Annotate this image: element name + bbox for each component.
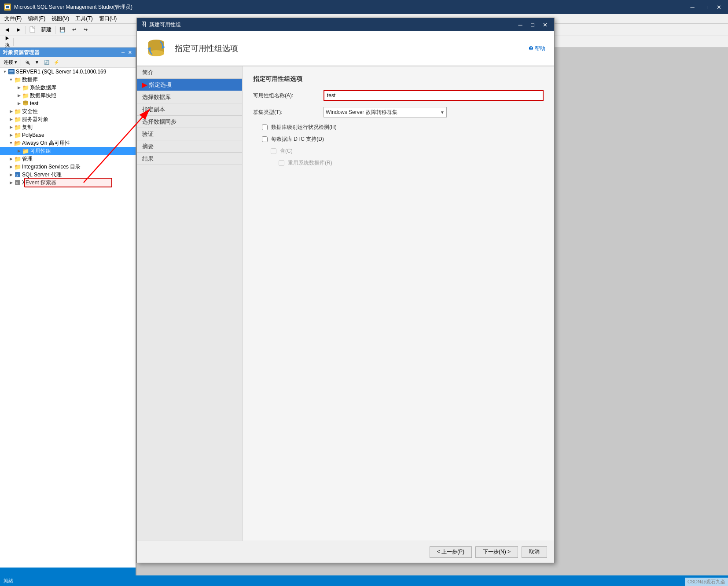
cancel-button[interactable]: 取消 <box>522 546 547 558</box>
undo-button[interactable]: ↩ <box>69 25 79 35</box>
ag-name-row: 可用性组名称(A): <box>253 90 544 101</box>
tree-item-server-objects[interactable]: ▶ 📁 服务器对象 <box>0 115 136 123</box>
ag-expander[interactable]: ▶ <box>16 149 22 153</box>
xevent-expander[interactable]: ▶ <box>8 180 14 185</box>
help-link[interactable]: ❷ 帮助 <box>529 45 545 52</box>
integration-expander[interactable]: ▶ <box>8 165 14 169</box>
test-label: test <box>30 100 38 106</box>
always-on-expander[interactable]: ▼ <box>8 141 14 145</box>
tree-item-databases[interactable]: ▼ 📁 数据库 <box>0 76 136 84</box>
tree-item-db-snapshot[interactable]: ▶ 📁 数据库快照 <box>0 92 136 99</box>
databases-expander[interactable]: ▼ <box>8 77 14 82</box>
server-label: SERVER1 (SQL Server 14.0.1000.169 <box>16 69 106 75</box>
minimize-button[interactable]: ─ <box>687 2 698 12</box>
sql-agent-expander[interactable]: ▶ <box>8 172 14 177</box>
security-icon: 📁 <box>14 108 21 115</box>
databases-label: 数据库 <box>22 76 38 84</box>
server-objects-expander[interactable]: ▶ <box>8 117 14 121</box>
disconnect-button[interactable]: 🔌 <box>23 59 32 66</box>
nav-item-results[interactable]: 结果 <box>137 153 242 165</box>
nav-item-select-db[interactable]: 选择数据库 <box>137 91 242 103</box>
server-expander[interactable]: ▼ <box>2 70 8 74</box>
object-explorer-header: 对象资源管理器 ─ ✕ <box>0 48 136 57</box>
checkbox-row-contained: 含(C) <box>271 147 544 155</box>
tree-item-replication[interactable]: ▶ 📁 复制 <box>0 123 136 131</box>
title-bar: Microsoft SQL Server Management Studio(管… <box>0 0 728 14</box>
connect-button[interactable]: 连接 ▾ <box>2 59 19 66</box>
dialog-maximize-button[interactable]: □ <box>527 20 538 29</box>
db-health-checkbox[interactable] <box>262 125 268 130</box>
tree-item-test[interactable]: ▶ test <box>0 99 136 107</box>
object-explorer-tree: ▼ SERVER1 (SQL Server 14.0.1000.169 <box>0 68 136 568</box>
nav-arrow-icon: ▶ <box>142 81 147 88</box>
oe-toolbar-sep <box>21 59 21 66</box>
dialog-footer: < 上一步(P) 下一步(N) > 取消 <box>137 541 554 563</box>
tree-item-always-on[interactable]: ▼ 📂 Always On 高可用性 <box>0 139 136 147</box>
per-db-dtc-checkbox[interactable] <box>262 136 268 142</box>
filter-button[interactable]: ▼ <box>33 59 41 66</box>
tree-item-management[interactable]: ▶ 📁 管理 <box>0 155 136 163</box>
tree-item-polybase[interactable]: ▶ 📁 PolyBase <box>0 131 136 139</box>
cluster-type-select[interactable]: Windows Server 故障转移群集 ▼ <box>324 107 447 117</box>
nav-item-specify-replica[interactable]: 指定副本 <box>137 103 242 116</box>
checkbox-row-per-db-dtc: 每数据库 DTC 支持(D) <box>262 136 544 143</box>
new-label[interactable]: 新建 <box>39 26 53 33</box>
menu-edit[interactable]: 编辑(E) <box>25 14 48 23</box>
tree-item-system-db[interactable]: ▶ 📁 系统数据库 <box>0 84 136 92</box>
nav-item-specify-options[interactable]: ▶ 指定选项 <box>137 79 242 91</box>
db-snapshot-expander[interactable]: ▶ <box>16 93 22 98</box>
nav-item-validation[interactable]: 验证 <box>137 128 242 140</box>
menu-window[interactable]: 窗口(U) <box>96 14 120 23</box>
close-button[interactable]: ✕ <box>713 2 724 12</box>
tree-item-security[interactable]: ▶ 📁 安全性 <box>0 107 136 115</box>
nav-item-select-data-sync[interactable]: 选择数据同步 <box>137 116 242 128</box>
prev-button[interactable]: < 上一步(P) <box>430 546 472 558</box>
test-expander[interactable]: ▶ <box>16 101 22 106</box>
per-db-dtc-label[interactable]: 每数据库 DTC 支持(D) <box>271 136 324 143</box>
dialog-close-button[interactable]: ✕ <box>539 20 551 29</box>
menu-view[interactable]: 视图(V) <box>49 14 72 23</box>
tree-item-server[interactable]: ▼ SERVER1 (SQL Server 14.0.1000.169 <box>0 68 136 76</box>
save-button[interactable]: 💾 <box>57 25 68 35</box>
next-button[interactable]: 下一步(N) > <box>475 546 518 558</box>
system-db-icon: 📁 <box>22 84 29 91</box>
menu-tools[interactable]: 工具(T) <box>73 14 95 23</box>
polybase-expander[interactable]: ▶ <box>8 133 14 137</box>
oe-close-button[interactable]: ✕ <box>127 50 133 55</box>
tree-item-ag[interactable]: ▶ 📁 可用性组 <box>0 147 136 155</box>
watermark: CSDN@观石九斋 <box>685 578 728 586</box>
maximize-button[interactable]: □ <box>700 2 711 12</box>
back-button[interactable]: ◀ <box>2 25 12 35</box>
refresh-button[interactable]: 🔄 <box>42 59 51 66</box>
nav-item-summary[interactable]: 摘要 <box>137 140 242 153</box>
ag-name-input[interactable] <box>324 90 544 101</box>
forward-button[interactable]: ▶ <box>13 25 24 35</box>
svg-text:X: X <box>15 181 18 185</box>
oe-pin-button[interactable]: ─ <box>120 50 126 55</box>
new-button[interactable] <box>28 25 38 35</box>
checkboxes-section: 数据库级别运行状况检测(H) 每数据库 DTC 支持(D) 含(C) 重用系统数… <box>257 124 544 167</box>
db-health-label[interactable]: 数据库级别运行状况检测(H) <box>271 124 337 131</box>
dialog-header-icon <box>146 37 168 59</box>
ag-label: 可用性组 <box>30 147 51 155</box>
test-db-icon <box>22 100 29 107</box>
menu-file[interactable]: 文件(F) <box>2 14 24 23</box>
redo-button[interactable]: ↪ <box>80 25 91 35</box>
toolbar2-sep <box>13 38 14 46</box>
security-expander[interactable]: ▶ <box>8 109 14 114</box>
security-label: 安全性 <box>22 108 38 115</box>
integration-icon: 📁 <box>14 163 21 170</box>
system-db-expander[interactable]: ▶ <box>16 85 22 90</box>
tree-item-integration[interactable]: ▶ 📁 Integration Services 目录 <box>0 163 136 171</box>
tree-item-xevent[interactable]: ▶ X XEvent 探索器 <box>0 179 136 187</box>
nav-item-intro[interactable]: 简介 <box>137 66 242 79</box>
management-expander[interactable]: ▶ <box>8 157 14 161</box>
dialog-minimize-button[interactable]: ─ <box>515 20 526 29</box>
replication-expander[interactable]: ▶ <box>8 125 14 129</box>
execute-button[interactable]: ▶ 执 <box>2 37 12 47</box>
reuse-system-db-label: 重用系统数据库(R) <box>288 159 332 167</box>
query-button[interactable]: ⚡ <box>52 59 61 66</box>
tree-item-sql-agent[interactable]: ▶ S SQL Server 代理 <box>0 171 136 179</box>
toolbar-separator-1 <box>26 26 26 34</box>
sql-agent-icon: S <box>14 171 21 178</box>
